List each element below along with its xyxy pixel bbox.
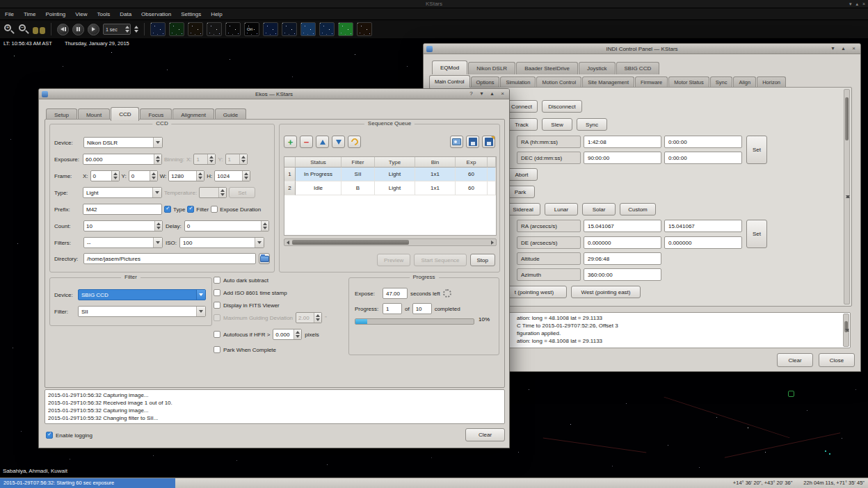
close-icon[interactable]: × <box>499 90 506 98</box>
type-checkbox[interactable] <box>164 206 171 213</box>
restore-icon[interactable]: ▴ <box>488 90 496 98</box>
browse-directory-button[interactable] <box>259 253 270 264</box>
subtab-horizon[interactable]: Horizon <box>757 76 786 88</box>
open-sequence-button[interactable] <box>450 136 463 148</box>
sky-view-thumb-5[interactable] <box>225 22 241 36</box>
directory-input[interactable]: /home/jasem/Pictures <box>83 253 256 264</box>
time-pause-button[interactable] <box>72 24 84 35</box>
subtab-main-control[interactable]: Main Control <box>429 75 470 88</box>
indi-panel-scrollbar[interactable] <box>844 89 850 304</box>
frame-type-dropdown[interactable]: Light <box>83 187 162 198</box>
table-row[interactable]: 1 In Progress SII Light 1x1 60 <box>284 168 496 181</box>
subtab-align[interactable]: Align <box>733 76 756 88</box>
sky-view-thumb-7[interactable] <box>263 22 278 36</box>
abort-button[interactable]: Abort <box>506 168 538 181</box>
subtab-motion-control[interactable]: Motion Control <box>536 76 581 88</box>
frame-w-spinbox[interactable]: 1280 <box>168 170 204 181</box>
menu-pointing[interactable]: Pointing <box>40 8 70 20</box>
sync-button[interactable]: Sync <box>577 118 607 131</box>
delay-spinbox[interactable]: 0 <box>184 220 269 231</box>
enable-logging-checkbox[interactable] <box>46 432 53 439</box>
subtab-motor-status[interactable]: Motor Status <box>668 76 709 88</box>
shade-icon[interactable]: ▾ <box>829 44 837 53</box>
sky-view-thumb-3[interactable] <box>188 22 203 36</box>
menu-time[interactable]: Time <box>19 8 40 20</box>
menu-view[interactable]: View <box>70 8 92 20</box>
coords-set-button[interactable]: Set <box>746 136 767 164</box>
zoom-out-icon[interactable]: − <box>18 24 29 35</box>
sky-view-thumb-10[interactable] <box>319 22 335 36</box>
count-spinbox[interactable]: 10 <box>83 220 163 231</box>
sky-view-thumb-8[interactable] <box>282 22 297 36</box>
time-play-button[interactable] <box>88 24 99 35</box>
filters-dropdown[interactable]: -- <box>83 237 163 248</box>
sequence-queue-table[interactable]: Status Filter Type Bin Exp 1 In Progress… <box>284 156 497 236</box>
remove-job-button[interactable]: − <box>300 136 313 148</box>
pier-east-button[interactable]: t (pointing west) <box>501 286 567 298</box>
sky-view-thumb-12[interactable] <box>357 22 372 36</box>
indi-titlebar[interactable]: INDI Control Panel — KStars ▾ ▴ × <box>424 44 860 54</box>
disconnect-button[interactable]: Disconnect <box>542 100 582 113</box>
track-button[interactable]: Track <box>506 118 538 131</box>
filter-device-dropdown[interactable]: SBIG CCD <box>78 289 206 300</box>
indi-clear-button[interactable]: Clear <box>777 353 813 367</box>
subtab-simulation[interactable]: Simulation <box>500 76 536 88</box>
menu-data[interactable]: Data <box>115 8 136 20</box>
iso8601-checkbox[interactable] <box>214 289 220 296</box>
ra-target-input[interactable]: 0:00:00 <box>664 136 742 148</box>
subtab-firmware[interactable]: Firmware <box>635 76 668 88</box>
sky-view-thumb-11[interactable] <box>338 22 353 36</box>
close-icon[interactable]: × <box>850 44 858 53</box>
hfr-spinbox[interactable]: 0.000 <box>273 329 302 340</box>
window-titlebar[interactable]: KStars ▾ ▴ × <box>0 0 868 8</box>
slew-button[interactable]: Slew <box>542 118 572 131</box>
ekos-log-view[interactable]: 2015-01-29T10:56:32 Capturing image... 2… <box>45 389 505 424</box>
subtab-options[interactable]: Options <box>471 76 500 88</box>
fits-viewer-checkbox[interactable] <box>214 302 220 309</box>
reset-queue-button[interactable] <box>348 136 361 148</box>
sky-view-thumb-1[interactable] <box>150 22 166 36</box>
menu-file[interactable]: File <box>0 8 19 20</box>
custom-rate-button[interactable]: Custom <box>620 203 656 215</box>
lunar-rate-button[interactable]: Lunar <box>545 203 578 215</box>
ra-rate-input[interactable]: 15.041067 <box>664 220 742 232</box>
shade-icon[interactable]: ▾ <box>478 90 485 98</box>
rate-set-button[interactable]: Set <box>746 220 767 248</box>
save-sequence-button[interactable] <box>466 136 479 148</box>
pier-west-button[interactable]: West (pointing east) <box>571 286 641 298</box>
time-step-spinbox[interactable]: 1 sec <box>103 24 131 35</box>
close-icon[interactable]: × <box>862 0 865 8</box>
sky-view-thumb-9[interactable] <box>300 22 316 36</box>
park-when-complete-checkbox[interactable] <box>214 346 220 353</box>
exposure-spinbox[interactable]: 60.000 <box>83 154 162 165</box>
sky-view-thumb-2[interactable] <box>169 22 184 36</box>
table-horizontal-scrollbar[interactable] <box>284 238 497 246</box>
help-icon[interactable]: ? <box>467 90 475 98</box>
de-rate-input[interactable]: 0.000000 <box>664 236 742 249</box>
iso-dropdown[interactable]: 100 <box>179 237 264 248</box>
ekos-clear-button[interactable]: Clear <box>465 428 505 441</box>
solar-rate-button[interactable]: Solar <box>582 203 616 215</box>
sky-view-thumb-6[interactable]: Ori <box>244 22 259 36</box>
save-sequence-as-button[interactable] <box>482 136 495 148</box>
frame-h-spinbox[interactable]: 1024 <box>214 170 250 181</box>
prefix-input[interactable]: M42 <box>83 204 162 215</box>
device-tab-nikon-dslr[interactable]: Nikon DSLR <box>468 62 515 74</box>
dec-target-input[interactable]: 0:00:00 <box>664 152 742 164</box>
time-unit-stepper[interactable] <box>134 26 138 33</box>
device-tab-baader-steeldrive[interactable]: Baader SteelDrive <box>516 62 578 74</box>
subtab-sync[interactable]: Sync <box>710 76 733 88</box>
menu-tools[interactable]: Tools <box>93 8 115 20</box>
device-tab-sbig-ccd[interactable]: SBIG CCD <box>616 62 660 74</box>
sky-view-thumb-4[interactable] <box>207 22 222 36</box>
menu-settings[interactable]: Settings <box>176 8 206 20</box>
frame-x-spinbox[interactable]: 0 <box>90 170 120 181</box>
expose-duration-checkbox[interactable] <box>211 206 218 213</box>
minimize-icon[interactable]: ▾ <box>849 0 852 8</box>
menu-observation[interactable]: Observation <box>136 8 176 20</box>
device-tab-joystick[interactable]: Joystick <box>579 62 615 74</box>
device-tab-eqmod[interactable]: EQMod <box>432 60 467 74</box>
time-rewind-button[interactable] <box>57 24 69 35</box>
move-job-up-button[interactable] <box>316 136 329 148</box>
subtab-site-management[interactable]: Site Management <box>582 76 634 88</box>
